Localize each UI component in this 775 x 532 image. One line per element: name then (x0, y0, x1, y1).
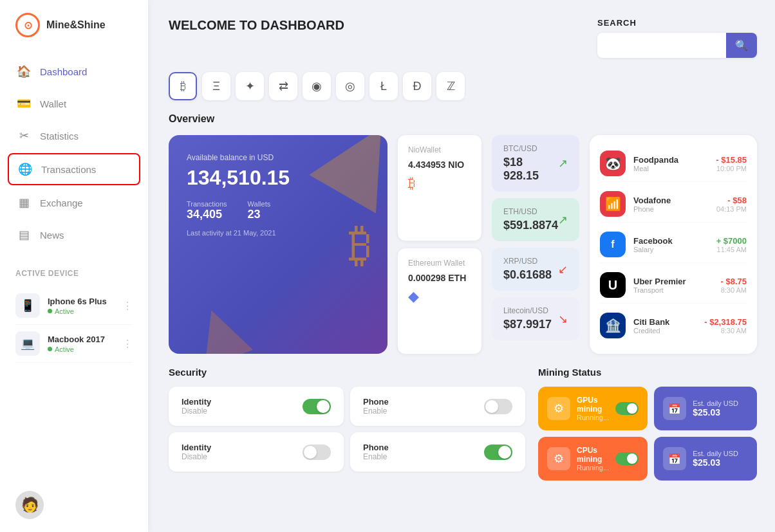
sidebar-item-dashboard[interactable]: 🏠 Dashboard (8, 57, 140, 86)
txn-info-citibank: Citi Bank Credited (633, 317, 696, 335)
crypto-tab-xrp[interactable]: ✦ (236, 72, 264, 100)
crypto-tab-ltc[interactable]: Ł (369, 72, 398, 100)
crypto-tab-eth[interactable]: Ξ (202, 72, 230, 100)
cpu-toggle-knob (627, 454, 637, 464)
security-toggle-identity-2[interactable] (303, 445, 331, 460)
main-content: WELCOME TO DASHBOARD SEARCH 🔍 ₿ Ξ ✦ ⇄ ◉ … (148, 0, 775, 532)
price-label-xrp: XRP/USD (503, 257, 552, 266)
overview-grid: Available balance in USD 134,510.15 Tran… (169, 135, 757, 354)
crypto-tab-btc[interactable]: ₿ (169, 72, 197, 100)
search-input[interactable] (597, 34, 726, 57)
price-arrow-btc: ↗ (558, 156, 568, 170)
security-card-identity-1: Identity Disable (169, 387, 344, 426)
device-name-macbook: Macbook 2017 (48, 335, 115, 344)
transactions-list: 🐼 Foodpanda Meal - $15.85 10:00 PM 📶 Vod… (590, 135, 757, 354)
cpu-icon: ⚙ (547, 447, 570, 470)
wallet-amount-nio: 4.434953 NIO (408, 160, 471, 170)
stat-wallets-label: Wallets (248, 200, 271, 208)
mining-card-gpu: ⚙ GPUs mining Running... (538, 387, 648, 430)
crypto-tab-zcash[interactable]: ℤ (436, 72, 465, 100)
txn-amount-foodpanda: - $15.85 (716, 155, 747, 165)
wallet-amount-eth: 0.000298 ETH (408, 273, 471, 283)
cpu-toggle-wrap (615, 452, 639, 465)
security-toggle-identity-1[interactable] (303, 399, 331, 414)
device-item-macbook: 💻 Macbook 2017 Active ⋮ (15, 325, 133, 363)
gpu-name: GPUs mining (577, 396, 609, 414)
txn-info-foodpanda: Foodpanda Meal (633, 155, 708, 172)
crypto-tab-dash[interactable]: Đ (403, 72, 431, 100)
wallet-name-eth: Ethereum Wallet (408, 259, 471, 268)
price-card-btc: BTC/USD $18 928.15 ↗ (492, 135, 579, 192)
device-info-iphone: Iphone 6s Plus Active (48, 297, 115, 315)
wallet-icon-eth: ◆ (408, 288, 471, 305)
txn-icon-vodafone: 📶 (600, 191, 626, 217)
est-info-cpu: Est. daily USD $25.03 (693, 450, 738, 468)
crypto-tabs: ₿ Ξ ✦ ⇄ ◉ ◎ Ł Đ ℤ (169, 72, 757, 100)
stat-transactions-value: 34,405 (187, 208, 227, 221)
security-identity-name-1: Identity (182, 397, 211, 407)
cpu-status: Running... (577, 464, 609, 472)
mining-grid: ⚙ GPUs mining Running... 📅 Est (538, 387, 757, 481)
security-phone-state-1: Enable (363, 407, 389, 416)
overview-title: Overview (169, 113, 757, 125)
security-title: Security (169, 367, 525, 378)
statistics-icon: ✂ (17, 129, 31, 143)
user-avatar: 🧑 (15, 491, 44, 519)
active-device-title: Active device (15, 269, 133, 278)
transactions-icon: 🌐 (18, 162, 32, 176)
security-identity-state-1: Disable (182, 407, 211, 416)
device-more-macbook[interactable]: ⋮ (122, 338, 133, 350)
est-card-cpu: 📅 Est. daily USD $25.03 (654, 437, 757, 481)
balance-label: Available balance in USD (187, 153, 369, 162)
price-pair-xrp: XRP/USD $0.61688 (503, 257, 552, 282)
price-arrow-eth: ↗ (558, 213, 568, 227)
security-identity-state-2: Disable (182, 452, 211, 461)
security-toggle-phone-2[interactable] (484, 445, 512, 460)
txn-name-citibank: Citi Bank (633, 317, 696, 327)
sidebar-item-news[interactable]: ▤ News (8, 220, 140, 250)
wallet-card-nio: NioWallet 4.434953 NIO ₿ (398, 135, 481, 241)
app-name: Mine&Shine (46, 19, 106, 31)
price-label-btc: BTC/USD (503, 144, 558, 153)
price-card-eth: ETH/USD $591.8874 ↗ (492, 198, 579, 241)
txn-info-facebook: Facebook Salary (633, 236, 709, 253)
gpu-toggle[interactable] (615, 402, 639, 415)
txn-right-uber: - $8.75 8:30 AM (721, 277, 747, 294)
sidebar-nav: 🏠 Dashboard 💳 Wallet ✂ Statistics 🌐 Tran… (0, 57, 148, 250)
txn-right-citibank: - $2,318.75 8:30 AM (704, 317, 747, 335)
search-button[interactable]: 🔍 (726, 33, 757, 58)
security-identity-info-2: Identity Disable (182, 443, 211, 461)
security-identity-info-1: Identity Disable (182, 397, 211, 416)
crypto-tab-dot[interactable]: ◎ (336, 72, 364, 100)
txn-icon-foodpanda: 🐼 (600, 151, 626, 176)
security-grid: Identity Disable Phone Enable (169, 387, 525, 472)
stat-wallets: Wallets 23 (248, 200, 271, 221)
price-arrow-ltc: ↘ (558, 312, 568, 326)
device-status-iphone: Active (48, 307, 115, 315)
device-info-macbook: Macbook 2017 Active (48, 335, 115, 353)
sidebar-item-wallet[interactable]: 💳 Wallet (8, 89, 140, 118)
crypto-tab-tx[interactable]: ⇄ (269, 72, 297, 100)
price-pair-eth: ETH/USD $591.8874 (503, 207, 558, 232)
balance-activity: Last activity at 21 May, 2021 (187, 229, 369, 237)
toggle-knob-phone-2 (498, 446, 511, 459)
transaction-item-foodpanda: 🐼 Foodpanda Meal - $15.85 10:00 PM (600, 145, 747, 182)
est-icon-cpu: 📅 (663, 447, 686, 470)
crypto-tab-nem[interactable]: ◉ (303, 72, 331, 100)
price-arrow-xrp: ↙ (558, 262, 568, 277)
security-toggle-phone-1[interactable] (484, 399, 512, 414)
nav-label-wallet: Wallet (40, 98, 66, 109)
txn-icon-facebook: f (600, 232, 626, 257)
wallet-icon: 💳 (17, 96, 31, 111)
security-phone-name-1: Phone (363, 397, 389, 407)
txn-amount-facebook: + $7000 (716, 236, 747, 246)
sidebar-item-statistics[interactable]: ✂ Statistics (8, 121, 140, 151)
txn-name-foodpanda: Foodpanda (633, 155, 708, 165)
security-section: Security Identity Disable Phone Enable (169, 367, 525, 481)
sidebar-item-transactions[interactable]: 🌐 Transactions (8, 153, 140, 185)
device-more-iphone[interactable]: ⋮ (122, 300, 133, 312)
cpu-toggle[interactable] (615, 452, 639, 465)
sidebar-item-exchange[interactable]: ▦ Exchange (8, 188, 140, 217)
logo-icon: ⊙ (15, 13, 40, 37)
balance-amount: 134,510.15 (187, 166, 369, 190)
